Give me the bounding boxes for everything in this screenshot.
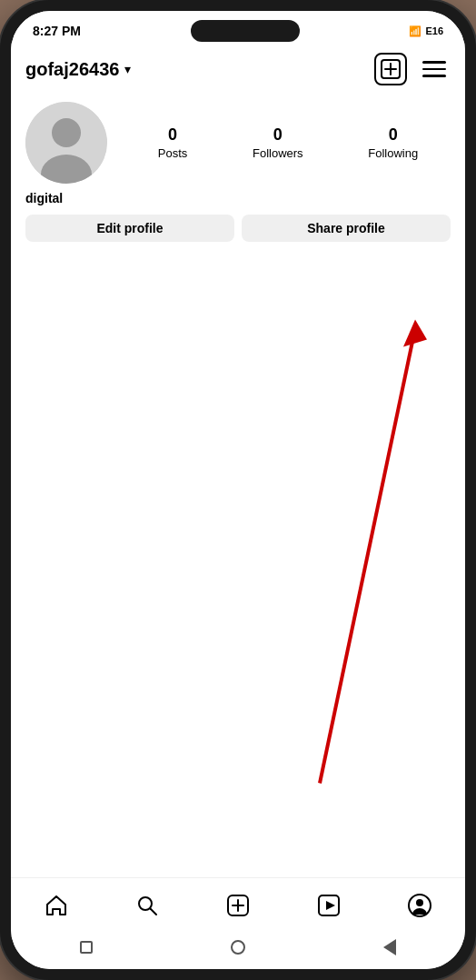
status-icons: 📶 E16 (409, 25, 443, 37)
profile-top: 0 Posts 0 Followers 0 Following (25, 102, 451, 184)
avatar[interactable] (25, 102, 107, 184)
android-nav (11, 929, 465, 969)
menu-line-3 (422, 75, 446, 77)
annotation-arrow (11, 253, 465, 877)
posts-label: Posts (158, 146, 188, 160)
triangle-icon (383, 939, 396, 955)
svg-marker-14 (326, 901, 335, 910)
nav-reels[interactable] (307, 887, 351, 924)
menu-line-2 (422, 68, 446, 71)
nav-profile[interactable] (398, 887, 441, 924)
content-area (11, 253, 465, 877)
followers-stat[interactable]: 0 Followers (253, 125, 303, 160)
signal-icon: 📶 (409, 25, 421, 37)
followers-label: Followers (253, 146, 303, 160)
menu-line-1 (422, 61, 446, 64)
stats-row: 0 Posts 0 Followers 0 Following (125, 125, 451, 160)
edit-profile-button[interactable]: Edit profile (25, 215, 234, 242)
circle-icon (231, 940, 245, 955)
following-stat[interactable]: 0 Following (368, 125, 418, 160)
android-back-button[interactable] (379, 936, 401, 958)
bottom-nav (11, 877, 465, 929)
username-text: gofaj26436 (25, 59, 119, 80)
search-nav-icon (135, 894, 159, 917)
profile-nav-icon (407, 893, 432, 918)
share-profile-button[interactable]: Share profile (242, 215, 451, 242)
posts-count: 0 (168, 125, 177, 145)
ig-header: gofaj26436 ▾ (11, 45, 465, 93)
followers-count: 0 (273, 125, 283, 145)
phone-shell: 8:27 PM 📶 E16 gofaj26436 ▾ (0, 0, 476, 980)
square-icon (80, 941, 93, 954)
add-post-button[interactable] (374, 53, 407, 85)
following-label: Following (368, 146, 418, 160)
svg-line-6 (320, 329, 415, 784)
username-row[interactable]: gofaj26436 ▾ (25, 59, 131, 80)
svg-line-9 (151, 909, 157, 915)
header-actions (374, 53, 451, 85)
phone-screen: 8:27 PM 📶 E16 gofaj26436 ▾ (11, 11, 465, 969)
menu-button[interactable] (418, 53, 451, 85)
profile-action-buttons: Edit profile Share profile (25, 215, 451, 242)
status-bar: 8:27 PM 📶 E16 (11, 11, 465, 45)
display-name: digital (25, 191, 451, 205)
profile-section: 0 Posts 0 Followers 0 Following digital … (11, 93, 465, 253)
status-time: 8:27 PM (33, 24, 81, 38)
home-icon (45, 894, 68, 917)
battery-label: E16 (425, 25, 443, 36)
svg-marker-7 (403, 320, 427, 347)
posts-stat[interactable]: 0 Posts (158, 125, 188, 160)
android-recent-button[interactable] (75, 936, 97, 958)
plus-icon (381, 59, 401, 79)
android-home-button[interactable] (227, 936, 249, 958)
avatar-svg (25, 102, 107, 184)
reels-icon (317, 894, 341, 917)
svg-point-4 (52, 118, 81, 147)
svg-point-16 (416, 899, 423, 906)
nav-search[interactable] (125, 887, 169, 924)
status-notch (191, 20, 300, 42)
create-icon (226, 894, 250, 917)
nav-home[interactable] (35, 887, 78, 924)
nav-create[interactable] (216, 887, 260, 924)
following-count: 0 (389, 125, 398, 145)
dropdown-chevron-icon[interactable]: ▾ (124, 62, 131, 76)
